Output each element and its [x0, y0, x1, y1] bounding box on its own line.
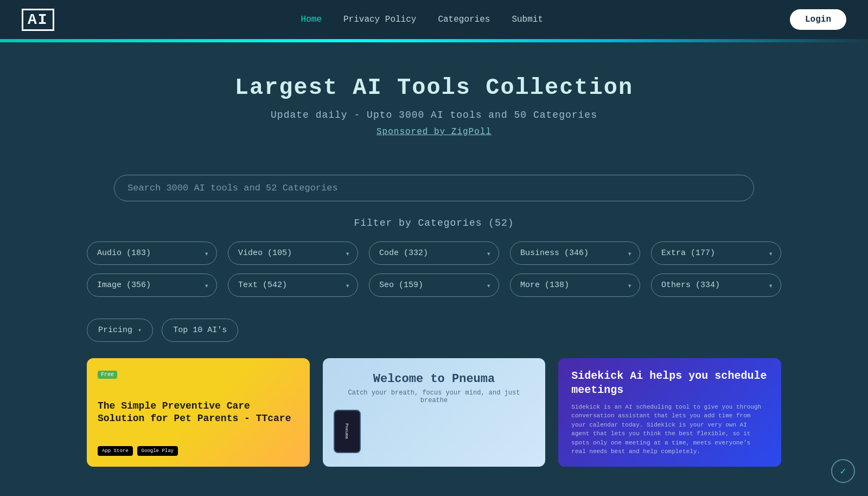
top10-filter-button[interactable]: Top 10 AI's: [162, 319, 238, 342]
floating-check-button[interactable]: ✓: [831, 459, 855, 483]
category-audio[interactable]: Audio (183): [87, 241, 217, 265]
navbar: AI Home Privacy Policy Categories Submit…: [0, 0, 868, 39]
search-input[interactable]: [114, 175, 754, 201]
category-image[interactable]: Image (356): [87, 274, 217, 297]
category-code[interactable]: Code (332): [369, 241, 499, 265]
category-extra-select[interactable]: Extra (177): [652, 242, 781, 264]
category-seo-select[interactable]: Seo (159): [369, 274, 499, 296]
category-others-select[interactable]: Others (334): [652, 274, 781, 296]
card-3-title: Sidekick Ai helps you schedule meetings: [571, 369, 768, 397]
card-3-desc: Sidekick is an AI scheduling tool to giv…: [571, 403, 768, 456]
card-2-phone-label: Pneuma: [344, 423, 349, 439]
category-seo[interactable]: Seo (159): [369, 274, 499, 297]
card-2-text: Welcome to Pneuma Catch your breath, foc…: [323, 361, 546, 464]
category-extra[interactable]: Extra (177): [651, 241, 781, 265]
nav-categories[interactable]: Categories: [438, 15, 490, 24]
hero-title: Largest AI Tools Collection: [22, 75, 846, 101]
google-play-button[interactable]: Google Play: [137, 446, 178, 456]
check-icon: ✓: [840, 465, 846, 477]
category-business-select[interactable]: Business (346): [510, 242, 640, 264]
category-code-select[interactable]: Code (332): [369, 242, 499, 264]
sponsor-link[interactable]: Sponsored by ZigPoll: [376, 127, 492, 137]
tool-card-3[interactable]: Sidekick Ai helps you schedule meetings …: [558, 358, 781, 467]
tool-cards-grid: Free The Simple Preventive Care Solution…: [54, 358, 814, 467]
search-container: [81, 175, 787, 201]
pricing-filter-button[interactable]: Pricing ▾: [87, 319, 153, 342]
category-video-select[interactable]: Video (105): [228, 242, 358, 264]
top10-label: Top 10 AI's: [173, 326, 227, 335]
logo: AI: [22, 9, 54, 31]
tool-card-2[interactable]: Welcome to Pneuma Catch your breath, foc…: [323, 358, 546, 467]
category-more-select[interactable]: More (138): [510, 274, 640, 296]
card-1-badge: Free: [98, 371, 117, 379]
card-2-phone: Pneuma: [334, 410, 361, 453]
category-audio-select[interactable]: Audio (183): [87, 242, 216, 264]
categories-grid: Audio (183) Video (105) Code (332) Busin…: [54, 241, 814, 297]
category-more[interactable]: More (138): [510, 274, 640, 297]
card-2-title: Welcome to Pneuma: [334, 372, 535, 386]
pricing-label: Pricing: [98, 326, 132, 335]
card-1-store-buttons: App Store Google Play: [98, 446, 299, 456]
hero-subtitle: Update daily - Upto 3000 AI tools and 50…: [22, 110, 846, 120]
app-store-button[interactable]: App Store: [98, 446, 133, 456]
card-2-subtitle: Catch your breath, focus your mind, and …: [334, 389, 535, 404]
pricing-arrow-icon: ▾: [138, 326, 142, 334]
category-text[interactable]: Text (542): [228, 274, 358, 297]
category-business[interactable]: Business (346): [510, 241, 640, 265]
nav-submit[interactable]: Submit: [512, 15, 543, 24]
category-text-select[interactable]: Text (542): [228, 274, 358, 296]
nav-links: Home Privacy Policy Categories Submit: [301, 15, 543, 24]
tool-card-1[interactable]: Free The Simple Preventive Care Solution…: [87, 358, 310, 467]
filter-buttons-row: Pricing ▾ Top 10 AI's: [54, 319, 814, 342]
card-1-top: Free: [98, 369, 299, 379]
card-1-title: The Simple Preventive Care Solution for …: [98, 400, 299, 425]
category-others[interactable]: Others (334): [651, 274, 781, 297]
nav-home[interactable]: Home: [301, 15, 322, 24]
hero-section: Largest AI Tools Collection Update daily…: [0, 42, 868, 175]
category-image-select[interactable]: Image (356): [87, 274, 216, 296]
category-video[interactable]: Video (105): [228, 241, 358, 265]
nav-privacy[interactable]: Privacy Policy: [343, 15, 416, 24]
filter-label: Filter by Categories (52): [0, 218, 868, 228]
card-1-content: Free The Simple Preventive Care Solution…: [87, 358, 310, 467]
login-button[interactable]: Login: [790, 9, 846, 30]
